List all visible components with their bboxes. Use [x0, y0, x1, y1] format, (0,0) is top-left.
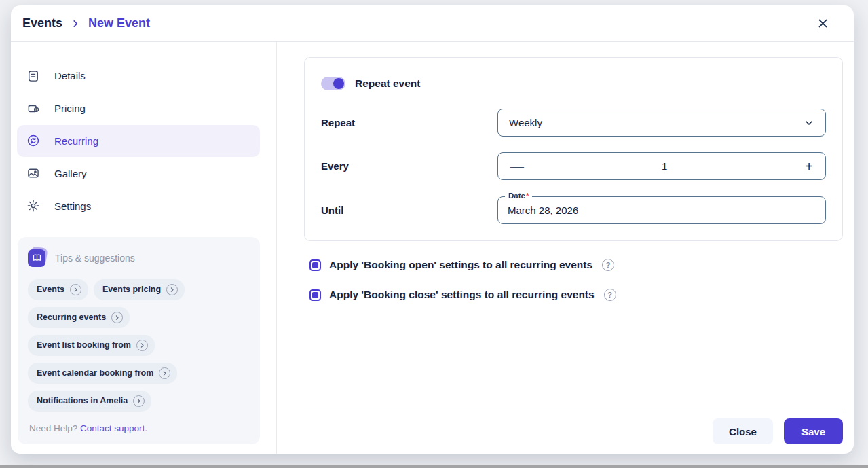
new-event-dialog: Events New Event Details [11, 5, 854, 454]
recurring-icon [26, 134, 40, 147]
repeat-event-label: Repeat event [355, 77, 420, 90]
tip-chip-events[interactable]: Events [28, 279, 88, 300]
save-button[interactable]: Save [784, 418, 843, 444]
chevron-right-circle-icon [159, 367, 170, 379]
booking-open-row: Apply 'Booking open' settings to all rec… [309, 259, 843, 271]
dialog-header: Events New Event [11, 5, 854, 42]
booking-open-label: Apply 'Booking open' settings to all rec… [329, 259, 592, 271]
chevron-right-icon [71, 19, 80, 29]
required-asterisk: * [526, 192, 529, 200]
tip-chip-event-calendar-booking[interactable]: Event calendar booking from [28, 363, 177, 384]
breadcrumb-events[interactable]: Events [22, 16, 62, 31]
sidebar-item-label: Recurring [54, 135, 98, 147]
close-button[interactable]: Close [713, 418, 773, 444]
booking-close-checkbox[interactable] [309, 289, 321, 301]
until-date-input[interactable]: March 28, 2026 [497, 196, 826, 224]
toggle-knob [333, 78, 344, 89]
chevron-right-circle-icon [136, 340, 148, 351]
sidebar-item-details[interactable]: Details [17, 60, 260, 92]
until-date-value: March 28, 2026 [508, 204, 578, 216]
tips-panel: Tips & suggestions Events Events pricing… [18, 237, 260, 444]
help-icon[interactable]: ? [604, 289, 616, 301]
breadcrumb: Events New Event [22, 16, 150, 31]
until-label: Until [321, 204, 497, 216]
every-label: Every [321, 160, 497, 172]
every-value[interactable]: 1 [524, 160, 805, 172]
contact-support-link[interactable]: Contact support. [80, 423, 147, 433]
close-icon [817, 18, 829, 29]
tips-chips: Events Events pricing Recurring events E… [28, 279, 250, 412]
sidebar-item-label: Details [54, 70, 86, 82]
tip-chip-recurring-events[interactable]: Recurring events [28, 307, 130, 328]
tip-chip-event-list-booking[interactable]: Event list booking from [28, 335, 155, 356]
book-icon [28, 249, 45, 267]
chevron-right-circle-icon [133, 395, 145, 407]
tip-chip-events-pricing[interactable]: Events pricing [94, 279, 185, 300]
help-icon[interactable]: ? [602, 259, 614, 271]
wallet-icon [26, 102, 40, 115]
repeat-select[interactable]: Weekly [497, 109, 826, 137]
sidebar-item-label: Settings [54, 200, 91, 212]
repeat-select-value: Weekly [509, 117, 542, 128]
chevron-right-circle-icon [111, 312, 123, 323]
sidebar: Details Pricing Recurring Gallery [11, 42, 277, 454]
recurring-settings-panel: Repeat event Repeat Weekly Every — [277, 42, 854, 454]
chevron-down-icon [804, 118, 814, 128]
repeat-event-toggle[interactable] [321, 77, 345, 90]
sidebar-item-label: Gallery [54, 168, 87, 179]
sidebar-item-settings[interactable]: Settings [17, 190, 260, 222]
sidebar-item-pricing[interactable]: Pricing [17, 92, 260, 125]
increment-button[interactable]: + [805, 160, 813, 173]
repeat-settings-card: Repeat event Repeat Weekly Every — [304, 57, 843, 241]
chevron-right-circle-icon [166, 284, 178, 295]
document-icon [26, 69, 40, 83]
chevron-right-circle-icon [70, 284, 81, 295]
gallery-icon [26, 166, 40, 180]
booking-close-row: Apply 'Booking close' settings to all re… [309, 289, 843, 301]
breadcrumb-new-event: New Event [88, 16, 150, 31]
booking-open-checkbox[interactable] [309, 259, 321, 271]
date-field-label: Date* [505, 191, 532, 200]
close-dialog-button[interactable] [813, 14, 832, 33]
tips-title: Tips & suggestions [55, 253, 135, 264]
tip-chip-notifications[interactable]: Notifications in Amelia [28, 391, 151, 412]
sidebar-item-gallery[interactable]: Gallery [17, 157, 260, 190]
decrement-button[interactable]: — [510, 160, 524, 173]
repeat-label: Repeat [321, 117, 497, 128]
every-stepper: — 1 + [497, 152, 826, 180]
page-bottom-edge [0, 465, 868, 468]
dialog-footer: Close Save [304, 408, 843, 444]
sidebar-item-label: Pricing [54, 103, 86, 114]
gear-icon [26, 199, 40, 213]
sidebar-item-recurring[interactable]: Recurring [17, 125, 260, 158]
need-help-text: Need Help? Contact support. [28, 423, 250, 433]
booking-close-label: Apply 'Booking close' settings to all re… [329, 289, 595, 301]
